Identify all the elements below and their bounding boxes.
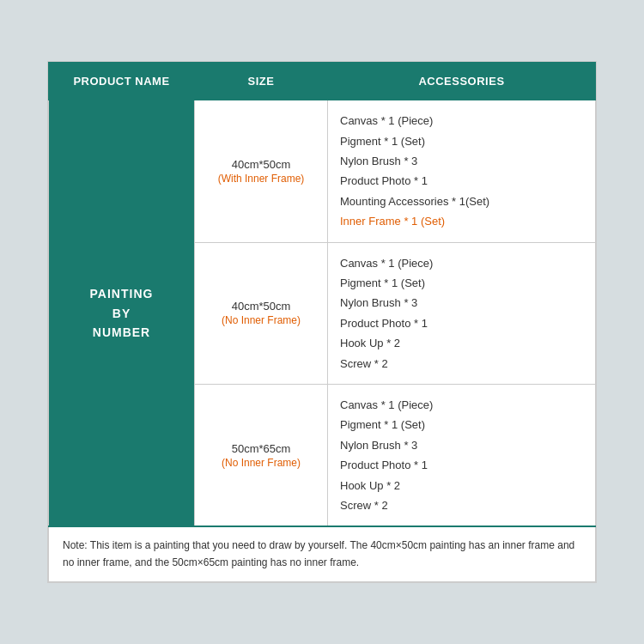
header-accessories: ACCESSORIES	[328, 63, 596, 100]
accessory-item: Pigment * 1 (Set)	[340, 131, 583, 151]
accessories-cell: Canvas * 1 (Piece)Pigment * 1 (Set)Nylon…	[328, 384, 596, 526]
table-row: PAINTINGBYNUMBER40cm*50cm(With Inner Fra…	[49, 100, 596, 242]
accessory-item: Canvas * 1 (Piece)	[340, 395, 583, 415]
size-cell: 40cm*50cm(No Inner Frame)	[195, 242, 328, 384]
accessory-item: Hook Up * 2	[340, 333, 583, 353]
accessory-item: Nylon Brush * 3	[340, 151, 583, 171]
product-table-wrapper: PRODUCT NAME SIZE ACCESSORIES PAINTINGBY…	[47, 61, 597, 582]
product-table: PRODUCT NAME SIZE ACCESSORIES PAINTINGBY…	[48, 62, 596, 581]
size-sub: (No Inner Frame)	[207, 457, 315, 469]
accessory-item: Canvas * 1 (Piece)	[340, 111, 583, 131]
accessories-cell: Canvas * 1 (Piece)Pigment * 1 (Set)Nylon…	[328, 100, 596, 242]
accessory-item: Mounting Accessories * 1(Set)	[340, 191, 583, 211]
size-cell: 40cm*50cm(With Inner Frame)	[195, 100, 328, 242]
size-sub: (No Inner Frame)	[207, 314, 315, 326]
accessory-item: Nylon Brush * 3	[340, 435, 583, 455]
accessories-cell: Canvas * 1 (Piece)Pigment * 1 (Set)Nylon…	[328, 242, 596, 384]
size-main: 40cm*50cm	[207, 300, 315, 313]
accessory-item: Nylon Brush * 3	[340, 293, 583, 313]
size-sub: (With Inner Frame)	[207, 173, 315, 185]
accessory-item: Inner Frame * 1 (Set)	[340, 211, 583, 231]
accessory-item: Screw * 2	[340, 354, 583, 374]
size-main: 40cm*50cm	[207, 158, 315, 171]
accessory-item: Product Photo * 1	[340, 171, 583, 191]
product-name-cell: PAINTINGBYNUMBER	[49, 100, 195, 527]
size-main: 50cm*65cm	[207, 442, 315, 455]
note-row: Note: This item is a painting that you n…	[49, 526, 596, 581]
table-header-row: PRODUCT NAME SIZE ACCESSORIES	[49, 63, 596, 100]
accessory-item: Hook Up * 2	[340, 476, 583, 495]
accessory-item: Product Photo * 1	[340, 313, 583, 333]
accessory-item: Screw * 2	[340, 495, 583, 515]
accessory-item: Canvas * 1 (Piece)	[340, 253, 583, 273]
accessory-item: Pigment * 1 (Set)	[340, 273, 583, 293]
header-size: SIZE	[195, 63, 328, 100]
accessory-item: Product Photo * 1	[340, 455, 583, 475]
size-cell: 50cm*65cm(No Inner Frame)	[195, 384, 328, 526]
note-cell: Note: This item is a painting that you n…	[49, 526, 596, 581]
header-product-name: PRODUCT NAME	[49, 63, 195, 100]
accessory-item: Pigment * 1 (Set)	[340, 415, 583, 434]
